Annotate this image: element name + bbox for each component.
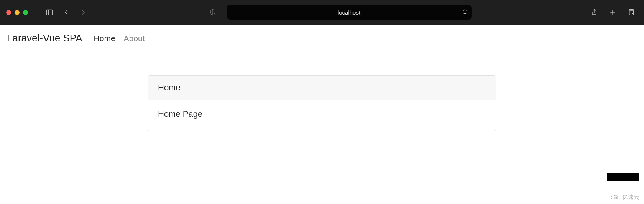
shield-icon bbox=[209, 8, 217, 16]
watermark: 亿速云 bbox=[610, 194, 639, 201]
share-icon bbox=[590, 8, 598, 16]
close-window-button[interactable] bbox=[6, 10, 11, 15]
card-body: Home Page bbox=[148, 100, 496, 131]
chevron-left-icon bbox=[62, 8, 70, 16]
chevron-right-icon bbox=[79, 8, 87, 16]
address-bar[interactable]: localhost bbox=[227, 5, 472, 20]
address-bar-text: localhost bbox=[338, 9, 360, 16]
sidebar-icon bbox=[46, 8, 53, 16]
svg-rect-5 bbox=[629, 11, 634, 15]
cloud-icon bbox=[610, 194, 620, 201]
tabs-icon bbox=[627, 8, 635, 16]
new-tab-button[interactable] bbox=[606, 5, 619, 19]
nav-link-home[interactable]: Home bbox=[94, 34, 115, 43]
privacy-shield-button[interactable] bbox=[206, 5, 220, 19]
window-controls bbox=[6, 10, 28, 15]
main-content: Home Home Page bbox=[0, 52, 644, 131]
nav-links: Home About bbox=[94, 34, 145, 43]
content-card: Home Home Page bbox=[148, 75, 496, 131]
forward-button[interactable] bbox=[76, 5, 90, 19]
svg-point-6 bbox=[615, 197, 616, 199]
card-header: Home bbox=[148, 76, 496, 100]
svg-point-7 bbox=[616, 197, 618, 199]
nav-link-about[interactable]: About bbox=[124, 34, 145, 43]
app-navbar: Laravel-Vue SPA Home About bbox=[0, 25, 644, 52]
brand-title[interactable]: Laravel-Vue SPA bbox=[7, 32, 82, 44]
watermark-text: 亿速云 bbox=[622, 194, 639, 201]
toolbar-right-group bbox=[587, 5, 638, 19]
share-button[interactable] bbox=[587, 5, 601, 19]
svg-rect-0 bbox=[47, 10, 53, 15]
reload-icon bbox=[462, 9, 468, 15]
tab-overview-button[interactable] bbox=[624, 5, 638, 19]
redaction-bar bbox=[607, 173, 639, 181]
reload-button[interactable] bbox=[462, 9, 468, 16]
browser-toolbar: localhost bbox=[0, 0, 644, 25]
back-button[interactable] bbox=[59, 5, 73, 19]
zoom-window-button[interactable] bbox=[23, 10, 28, 15]
minimize-window-button[interactable] bbox=[15, 10, 20, 15]
plus-icon bbox=[609, 8, 616, 16]
sidebar-toggle-button[interactable] bbox=[43, 5, 56, 19]
